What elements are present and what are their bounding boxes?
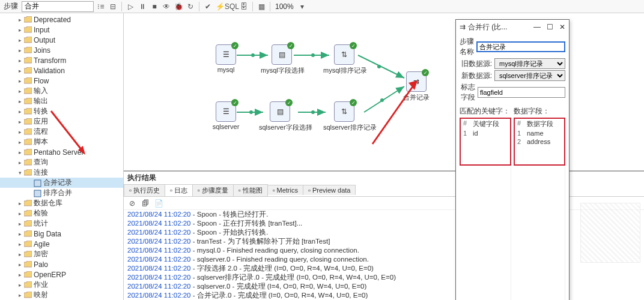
log-message: Spoon - 正在打开转换 [tranTest]...: [197, 220, 303, 227]
tree-folder-item[interactable]: ▸Agile: [0, 239, 123, 249]
snap-grid-icon[interactable]: ▦: [257, 2, 266, 11]
table-input-icon: ☰: [223, 50, 229, 59]
tree-item-label: 数据仓库: [34, 198, 62, 208]
tree-folder-item[interactable]: ▾连接: [0, 167, 123, 178]
tree-folder-item[interactable]: ▸OpenERP: [0, 269, 123, 280]
tree-folder-item[interactable]: ▸Joins: [0, 45, 123, 55]
table-row[interactable]: 2address: [515, 137, 564, 146]
tree-folder-item[interactable]: ▸加密: [0, 249, 123, 259]
tree-folder-item[interactable]: ▸输入: [0, 86, 123, 96]
zoom-dropdown-icon[interactable]: ▾: [297, 2, 307, 11]
zoom-value[interactable]: 100%: [274, 2, 295, 11]
results-tab[interactable]: ▫性能图: [233, 184, 268, 196]
impact-icon[interactable]: ⚡: [215, 2, 225, 11]
tree-item-label: 连接: [34, 167, 48, 178]
tree-item-label: 脚本: [34, 137, 48, 147]
tree-step-item[interactable]: 排序合并: [0, 188, 123, 198]
results-tab[interactable]: ▫Preview data: [303, 185, 356, 195]
tree-folder-item[interactable]: ▸统计: [0, 218, 123, 229]
new-source-select[interactable]: sqlserver排序记录: [494, 70, 565, 81]
step-name-input[interactable]: [476, 41, 565, 52]
tree-folder-item[interactable]: ▸脚本: [0, 137, 123, 147]
tree-folder-item[interactable]: ▸Palo: [0, 259, 123, 269]
key-fields-table[interactable]: #关键字段1id: [460, 118, 511, 166]
sql-icon[interactable]: SQL: [227, 2, 237, 11]
tree-folder-item[interactable]: ▸Big Data: [0, 229, 123, 239]
svg-point-11: [311, 110, 315, 114]
minimize-icon[interactable]: —: [533, 23, 541, 31]
node-mysql[interactable]: ☰✓mysql: [205, 44, 247, 73]
table-row[interactable]: 1name: [515, 129, 564, 137]
log-message: Spoon - 转换已经打开.: [197, 211, 269, 218]
tree-folder-item[interactable]: ▸Deprecated: [0, 14, 123, 25]
results-tab[interactable]: ▫Metrics: [267, 185, 303, 195]
folder-icon: [24, 210, 32, 217]
results-tab[interactable]: ▫日志: [165, 184, 193, 196]
tree-item-label: Transform: [34, 56, 66, 65]
tree-item-label: 加密: [34, 249, 48, 259]
log-settings-icon[interactable]: 📄: [154, 199, 163, 208]
tree-folder-item[interactable]: ▸转换: [0, 106, 123, 116]
tree-folder-item[interactable]: ▸作业: [0, 280, 123, 290]
tree-item-label: Validation: [34, 67, 65, 75]
chevron-icon: ▸: [16, 200, 24, 206]
replay-icon[interactable]: ↻: [186, 2, 195, 11]
log-timestamp: 2021/08/24 11:02:20: [127, 211, 191, 218]
node-sqlserver-select[interactable]: ▤✓sqlserver字段选择: [259, 101, 301, 132]
explore-db-icon[interactable]: 🗄: [239, 2, 249, 11]
stop-icon[interactable]: ■: [150, 2, 159, 11]
chevron-icon: ▸: [16, 27, 24, 33]
maximize-icon[interactable]: ☐: [547, 23, 553, 31]
node-mysql-sort[interactable]: ⇅✓mysql排序记录: [323, 44, 365, 75]
close-icon[interactable]: ✕: [559, 23, 565, 31]
tree-folder-item[interactable]: ▸数据仓库: [0, 198, 123, 208]
chevron-icon: ▸: [16, 262, 24, 268]
tree-folder-item[interactable]: ▸Flow: [0, 76, 123, 86]
results-tab[interactable]: ▫步骤度量: [192, 184, 234, 196]
tree-item-label: Output: [34, 36, 55, 44]
copy-log-icon[interactable]: 🗐: [141, 199, 150, 208]
tree-folder-item[interactable]: ▸Pentaho Server: [0, 147, 123, 157]
old-source-select[interactable]: mysql排序记录: [494, 58, 565, 69]
tree-folder-item[interactable]: ▸映射: [0, 290, 123, 300]
tree-item-label: 输出: [34, 96, 48, 106]
data-fields-table[interactable]: #数据字段1name2address: [514, 118, 565, 166]
pause-icon[interactable]: ⏸: [138, 2, 147, 11]
results-tab[interactable]: ▫执行历史: [124, 184, 165, 196]
dialog-titlebar[interactable]: ⇉ 合并行 (比... — ☐ ✕: [456, 20, 569, 34]
tab-label: Preview data: [312, 187, 351, 194]
flag-field-input[interactable]: [478, 87, 565, 98]
tree-folder-item[interactable]: ▸查询: [0, 157, 123, 167]
clear-log-icon[interactable]: ⊘: [127, 199, 137, 208]
tree-item-label: OpenERP: [34, 271, 66, 279]
search-input[interactable]: [22, 1, 94, 12]
node-sqlserver-sort[interactable]: ⇅✓sqlserver排序记录: [323, 101, 365, 132]
tree-folder-item[interactable]: ▸Transform: [0, 55, 123, 65]
debug-icon[interactable]: 🐞: [174, 2, 183, 11]
chevron-icon: ▸: [16, 17, 24, 23]
tree-collapse-icon[interactable]: ⊟: [108, 2, 118, 11]
tree-folder-item[interactable]: ▸Input: [0, 25, 123, 35]
tab-icon: ▫: [238, 187, 241, 194]
run-icon[interactable]: ▷: [126, 2, 135, 11]
verify-icon[interactable]: ✔: [203, 2, 213, 11]
chevron-icon: ▸: [16, 37, 24, 43]
tree-folder-item[interactable]: ▸流程: [0, 127, 123, 137]
node-mysql-select[interactable]: ▤✓mysql字段选择: [261, 44, 303, 75]
data-fields-header: 数据字段：: [514, 105, 565, 118]
tree-item-label: Pentaho Server: [34, 148, 84, 157]
old-source-label: 旧数据源:: [460, 59, 492, 69]
tree-step-item[interactable]: 合并记录: [0, 178, 123, 188]
table-row[interactable]: 1id: [461, 129, 510, 137]
tree-folder-item[interactable]: ▸输出: [0, 96, 123, 106]
tree-folder-item[interactable]: ▸检验: [0, 208, 123, 218]
tab-label: Metrics: [277, 187, 298, 194]
tree-expand-icon[interactable]: ⁝≡: [96, 2, 106, 11]
tree-folder-item[interactable]: ▸Output: [0, 35, 123, 45]
tree-folder-item[interactable]: ▸Validation: [0, 65, 123, 76]
node-merge[interactable]: ⇉✓合并记录: [395, 71, 437, 102]
node-sqlserver[interactable]: ☰✓sqlserver: [205, 101, 247, 130]
log-message: mysql.0 - Finished reading query, closin…: [197, 247, 359, 254]
tree-folder-item[interactable]: ▸应用: [0, 116, 123, 127]
preview-icon[interactable]: 👁: [162, 2, 171, 11]
